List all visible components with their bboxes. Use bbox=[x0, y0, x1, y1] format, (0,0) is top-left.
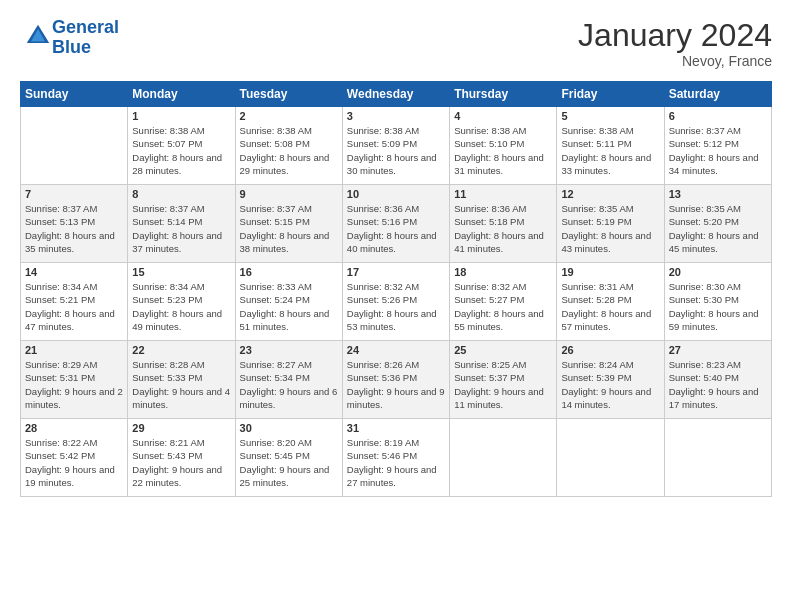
sunrise: Sunrise: 8:36 AM bbox=[454, 202, 552, 215]
day-info: Sunrise: 8:38 AM Sunset: 5:07 PM Dayligh… bbox=[132, 124, 230, 177]
calendar-cell: 29 Sunrise: 8:21 AM Sunset: 5:43 PM Dayl… bbox=[128, 419, 235, 497]
calendar-table: Sunday Monday Tuesday Wednesday Thursday… bbox=[20, 81, 772, 497]
calendar-week-2: 7 Sunrise: 8:37 AM Sunset: 5:13 PM Dayli… bbox=[21, 185, 772, 263]
daylight: Daylight: 8 hours and 45 minutes. bbox=[669, 229, 767, 256]
day-info: Sunrise: 8:29 AM Sunset: 5:31 PM Dayligh… bbox=[25, 358, 123, 411]
daylight: Daylight: 9 hours and 14 minutes. bbox=[561, 385, 659, 412]
sunrise: Sunrise: 8:32 AM bbox=[454, 280, 552, 293]
sunset: Sunset: 5:07 PM bbox=[132, 137, 230, 150]
calendar-cell: 1 Sunrise: 8:38 AM Sunset: 5:07 PM Dayli… bbox=[128, 107, 235, 185]
day-number: 27 bbox=[669, 344, 767, 356]
title-block: January 2024 Nevoy, France bbox=[578, 18, 772, 69]
day-number: 23 bbox=[240, 344, 338, 356]
page: General Blue January 2024 Nevoy, France … bbox=[0, 0, 792, 507]
calendar-cell: 9 Sunrise: 8:37 AM Sunset: 5:15 PM Dayli… bbox=[235, 185, 342, 263]
calendar-cell: 14 Sunrise: 8:34 AM Sunset: 5:21 PM Dayl… bbox=[21, 263, 128, 341]
day-info: Sunrise: 8:37 AM Sunset: 5:15 PM Dayligh… bbox=[240, 202, 338, 255]
day-info: Sunrise: 8:34 AM Sunset: 5:23 PM Dayligh… bbox=[132, 280, 230, 333]
day-number: 3 bbox=[347, 110, 445, 122]
daylight: Daylight: 9 hours and 19 minutes. bbox=[25, 463, 123, 490]
sunrise: Sunrise: 8:19 AM bbox=[347, 436, 445, 449]
calendar-cell: 19 Sunrise: 8:31 AM Sunset: 5:28 PM Dayl… bbox=[557, 263, 664, 341]
day-info: Sunrise: 8:23 AM Sunset: 5:40 PM Dayligh… bbox=[669, 358, 767, 411]
sunrise: Sunrise: 8:37 AM bbox=[25, 202, 123, 215]
day-number: 22 bbox=[132, 344, 230, 356]
calendar-cell: 21 Sunrise: 8:29 AM Sunset: 5:31 PM Dayl… bbox=[21, 341, 128, 419]
day-info: Sunrise: 8:37 AM Sunset: 5:14 PM Dayligh… bbox=[132, 202, 230, 255]
day-info: Sunrise: 8:36 AM Sunset: 5:16 PM Dayligh… bbox=[347, 202, 445, 255]
day-info: Sunrise: 8:26 AM Sunset: 5:36 PM Dayligh… bbox=[347, 358, 445, 411]
day-info: Sunrise: 8:22 AM Sunset: 5:42 PM Dayligh… bbox=[25, 436, 123, 489]
sunrise: Sunrise: 8:27 AM bbox=[240, 358, 338, 371]
calendar-cell: 6 Sunrise: 8:37 AM Sunset: 5:12 PM Dayli… bbox=[664, 107, 771, 185]
calendar-cell bbox=[450, 419, 557, 497]
sunrise: Sunrise: 8:22 AM bbox=[25, 436, 123, 449]
sunrise: Sunrise: 8:37 AM bbox=[132, 202, 230, 215]
sunrise: Sunrise: 8:33 AM bbox=[240, 280, 338, 293]
sunrise: Sunrise: 8:30 AM bbox=[669, 280, 767, 293]
calendar-cell: 30 Sunrise: 8:20 AM Sunset: 5:45 PM Dayl… bbox=[235, 419, 342, 497]
day-number: 24 bbox=[347, 344, 445, 356]
col-sunday: Sunday bbox=[21, 82, 128, 107]
day-info: Sunrise: 8:28 AM Sunset: 5:33 PM Dayligh… bbox=[132, 358, 230, 411]
day-info: Sunrise: 8:25 AM Sunset: 5:37 PM Dayligh… bbox=[454, 358, 552, 411]
sunset: Sunset: 5:15 PM bbox=[240, 215, 338, 228]
logo-blue: Blue bbox=[52, 37, 91, 57]
sunrise: Sunrise: 8:38 AM bbox=[347, 124, 445, 137]
day-info: Sunrise: 8:21 AM Sunset: 5:43 PM Dayligh… bbox=[132, 436, 230, 489]
calendar-cell: 8 Sunrise: 8:37 AM Sunset: 5:14 PM Dayli… bbox=[128, 185, 235, 263]
sunset: Sunset: 5:31 PM bbox=[25, 371, 123, 384]
daylight: Daylight: 9 hours and 2 minutes. bbox=[25, 385, 123, 412]
calendar-cell: 25 Sunrise: 8:25 AM Sunset: 5:37 PM Dayl… bbox=[450, 341, 557, 419]
calendar-cell: 11 Sunrise: 8:36 AM Sunset: 5:18 PM Dayl… bbox=[450, 185, 557, 263]
calendar-week-1: 1 Sunrise: 8:38 AM Sunset: 5:07 PM Dayli… bbox=[21, 107, 772, 185]
sunset: Sunset: 5:12 PM bbox=[669, 137, 767, 150]
sunset: Sunset: 5:24 PM bbox=[240, 293, 338, 306]
sunset: Sunset: 5:08 PM bbox=[240, 137, 338, 150]
logo-icon bbox=[24, 22, 52, 50]
day-number: 12 bbox=[561, 188, 659, 200]
sunrise: Sunrise: 8:24 AM bbox=[561, 358, 659, 371]
day-info: Sunrise: 8:20 AM Sunset: 5:45 PM Dayligh… bbox=[240, 436, 338, 489]
month-title: January 2024 bbox=[578, 18, 772, 53]
day-number: 8 bbox=[132, 188, 230, 200]
day-number: 30 bbox=[240, 422, 338, 434]
day-info: Sunrise: 8:32 AM Sunset: 5:27 PM Dayligh… bbox=[454, 280, 552, 333]
sunset: Sunset: 5:26 PM bbox=[347, 293, 445, 306]
calendar-cell: 23 Sunrise: 8:27 AM Sunset: 5:34 PM Dayl… bbox=[235, 341, 342, 419]
sunrise: Sunrise: 8:31 AM bbox=[561, 280, 659, 293]
daylight: Daylight: 8 hours and 34 minutes. bbox=[669, 151, 767, 178]
sunset: Sunset: 5:23 PM bbox=[132, 293, 230, 306]
sunset: Sunset: 5:27 PM bbox=[454, 293, 552, 306]
sunset: Sunset: 5:33 PM bbox=[132, 371, 230, 384]
daylight: Daylight: 9 hours and 6 minutes. bbox=[240, 385, 338, 412]
sunset: Sunset: 5:18 PM bbox=[454, 215, 552, 228]
day-info: Sunrise: 8:33 AM Sunset: 5:24 PM Dayligh… bbox=[240, 280, 338, 333]
location: Nevoy, France bbox=[578, 53, 772, 69]
sunrise: Sunrise: 8:38 AM bbox=[454, 124, 552, 137]
header-row: Sunday Monday Tuesday Wednesday Thursday… bbox=[21, 82, 772, 107]
calendar-cell: 26 Sunrise: 8:24 AM Sunset: 5:39 PM Dayl… bbox=[557, 341, 664, 419]
sunset: Sunset: 5:46 PM bbox=[347, 449, 445, 462]
day-info: Sunrise: 8:38 AM Sunset: 5:11 PM Dayligh… bbox=[561, 124, 659, 177]
sunrise: Sunrise: 8:38 AM bbox=[240, 124, 338, 137]
day-number: 2 bbox=[240, 110, 338, 122]
daylight: Daylight: 8 hours and 30 minutes. bbox=[347, 151, 445, 178]
day-number: 14 bbox=[25, 266, 123, 278]
day-info: Sunrise: 8:31 AM Sunset: 5:28 PM Dayligh… bbox=[561, 280, 659, 333]
day-number: 10 bbox=[347, 188, 445, 200]
calendar-cell: 22 Sunrise: 8:28 AM Sunset: 5:33 PM Dayl… bbox=[128, 341, 235, 419]
daylight: Daylight: 8 hours and 43 minutes. bbox=[561, 229, 659, 256]
day-info: Sunrise: 8:35 AM Sunset: 5:19 PM Dayligh… bbox=[561, 202, 659, 255]
daylight: Daylight: 8 hours and 33 minutes. bbox=[561, 151, 659, 178]
sunrise: Sunrise: 8:25 AM bbox=[454, 358, 552, 371]
daylight: Daylight: 8 hours and 57 minutes. bbox=[561, 307, 659, 334]
col-monday: Monday bbox=[128, 82, 235, 107]
daylight: Daylight: 8 hours and 37 minutes. bbox=[132, 229, 230, 256]
calendar-cell: 16 Sunrise: 8:33 AM Sunset: 5:24 PM Dayl… bbox=[235, 263, 342, 341]
sunrise: Sunrise: 8:23 AM bbox=[669, 358, 767, 371]
calendar-cell: 28 Sunrise: 8:22 AM Sunset: 5:42 PM Dayl… bbox=[21, 419, 128, 497]
sunrise: Sunrise: 8:38 AM bbox=[132, 124, 230, 137]
daylight: Daylight: 8 hours and 53 minutes. bbox=[347, 307, 445, 334]
logo-text: General Blue bbox=[52, 18, 119, 58]
